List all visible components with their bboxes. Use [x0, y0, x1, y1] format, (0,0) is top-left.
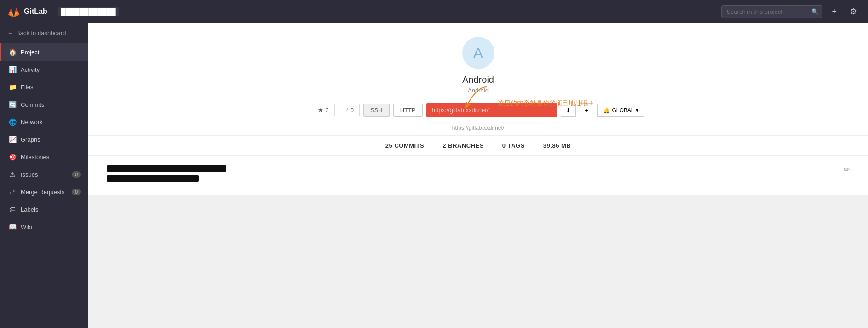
project-header: A Android Android ★ 3 ⑂ 0 SSH HTTP	[88, 23, 868, 135]
milestones-icon: 🎯	[9, 153, 16, 161]
sidebar-item-network[interactable]: 🌐 Network	[0, 113, 88, 131]
star-button[interactable]: ★ 3	[312, 104, 335, 116]
sidebar: ← Back to dashboard 🏠 Project 📊 Activity…	[0, 23, 88, 328]
add-file-button[interactable]: +	[580, 103, 594, 117]
sidebar-item-project[interactable]: 🏠 Project	[0, 43, 88, 61]
commits-stat[interactable]: 25 COMMITS	[385, 142, 424, 149]
add-button[interactable]: +	[828, 5, 840, 18]
commits-icon: 🔄	[9, 101, 16, 108]
edit-button[interactable]: ✏	[844, 165, 850, 174]
star-icon: ★	[318, 107, 323, 114]
tags-stat[interactable]: 0 TAGS	[502, 142, 525, 149]
graphs-icon: 📈	[9, 136, 16, 143]
clone-button[interactable]: ⬇	[561, 104, 576, 117]
redacted-line-2	[107, 175, 199, 182]
activity-icon: 📊	[9, 66, 16, 73]
sidebar-item-commits[interactable]: 🔄 Commits	[0, 96, 88, 113]
issues-badge: 0	[72, 171, 81, 178]
sidebar-item-files[interactable]: 📁 Files	[0, 78, 88, 96]
settings-icon[interactable]: ⚙	[846, 5, 861, 18]
project-avatar: A	[462, 37, 494, 69]
back-icon: ←	[7, 29, 13, 36]
gitlab-fox-icon	[7, 5, 20, 18]
project-name: Android	[462, 75, 494, 85]
url-input-wrapper	[426, 103, 557, 117]
merge-requests-badge: 0	[72, 189, 81, 195]
search-icon: 🔍	[811, 8, 819, 15]
project-icon: 🏠	[9, 48, 16, 56]
gitlab-logo[interactable]: GitLab	[7, 5, 47, 18]
sidebar-item-milestones[interactable]: 🎯 Milestones	[0, 148, 88, 166]
files-icon: 📁	[9, 83, 16, 91]
top-header: GitLab ████████████ 🔍 + ⚙	[0, 0, 868, 23]
sidebar-item-graphs[interactable]: 📈 Graphs	[0, 131, 88, 148]
header-actions: 🔍 + ⚙	[721, 5, 861, 18]
fork-icon: ⑂	[345, 107, 348, 114]
sidebar-item-wiki[interactable]: 📖 Wiki	[0, 218, 88, 236]
content-area: ✏	[88, 155, 868, 195]
project-namespace: Android	[468, 87, 489, 94]
project-breadcrumb[interactable]: ████████████	[58, 7, 119, 16]
redacted-line-1	[107, 165, 226, 172]
gitlab-text: GitLab	[24, 7, 47, 16]
download-icon: ⬇	[566, 107, 571, 114]
sidebar-item-labels[interactable]: 🏷 Labels	[0, 201, 88, 218]
labels-icon: 🏷	[9, 206, 16, 213]
project-controls: ★ 3 ⑂ 0 SSH HTTP ⬇	[312, 103, 645, 117]
sidebar-item-merge-requests[interactable]: ⇄ Merge Requests 0	[0, 183, 88, 201]
ssh-tab[interactable]: SSH	[363, 104, 390, 117]
branches-stat[interactable]: 2 BRANCHES	[443, 142, 484, 149]
fork-button[interactable]: ⑂ 0	[339, 104, 360, 116]
url-hint: https://gitlab.xxdr.net/	[452, 125, 504, 131]
back-to-dashboard[interactable]: ← Back to dashboard	[0, 23, 88, 43]
stats-row: 25 COMMITS 2 BRANCHES 0 TAGS 39.86 MB	[88, 135, 868, 155]
merge-requests-icon: ⇄	[9, 188, 16, 196]
main-content: A Android Android ★ 3 ⑂ 0 SSH HTTP	[88, 23, 868, 328]
sidebar-item-activity[interactable]: 📊 Activity	[0, 61, 88, 78]
search-wrapper: 🔍	[721, 5, 822, 18]
chevron-down-icon: ▾	[636, 107, 638, 114]
sidebar-item-issues[interactable]: ⚠ Issues 0	[0, 166, 88, 183]
wiki-icon: 📖	[9, 223, 16, 230]
http-tab[interactable]: HTTP	[393, 104, 423, 117]
bell-icon: 🔔	[603, 107, 610, 114]
main-layout: ← Back to dashboard 🏠 Project 📊 Activity…	[0, 23, 868, 328]
search-input[interactable]	[721, 5, 822, 18]
issues-icon: ⚠	[9, 171, 16, 178]
url-input[interactable]	[427, 104, 556, 116]
size-stat: 39.86 MB	[543, 142, 571, 149]
network-icon: 🌐	[9, 118, 16, 126]
notifications-button[interactable]: 🔔 GLOBAL ▾	[597, 104, 644, 117]
